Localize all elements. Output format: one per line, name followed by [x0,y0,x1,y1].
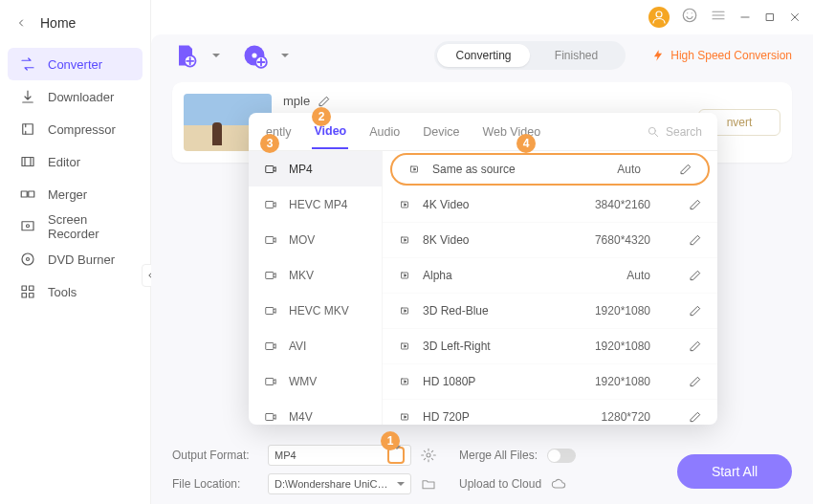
video-icon [407,164,423,175]
home-label: Home [40,15,76,31]
sidebar-item-screen-recorder[interactable]: Screen Recorder [8,210,143,243]
editor-icon [19,153,36,170]
svg-rect-12 [30,286,34,291]
user-avatar-icon[interactable] [648,7,670,28]
format-option-mov[interactable]: MOV [249,222,382,257]
close-button[interactable] [788,11,802,24]
folder-icon[interactable] [421,476,436,492]
tab-device[interactable]: Device [421,125,461,139]
preset-option[interactable]: 4K Video3840*2160 [383,187,717,223]
tab-video[interactable]: Video [312,124,348,149]
format-option-mkv[interactable]: MKV [249,257,382,293]
format-label: MOV [289,233,315,247]
edit-icon[interactable] [689,340,702,353]
preset-name: Alpha [423,269,452,282]
preset-option[interactable]: 3D Left-Right1920*1080 [383,329,717,364]
callout-4: 4 [516,134,536,153]
sidebar-item-dvd-burner[interactable]: DVD Burner [8,243,143,275]
preset-option[interactable]: 3D Red-Blue1920*1080 [383,294,717,329]
sidebar-item-tools[interactable]: Tools [8,275,143,308]
format-option-hevc-mkv[interactable]: HEVC MKV [249,293,382,328]
sidebar-item-converter[interactable]: Converter [8,48,143,80]
edit-icon[interactable] [689,375,702,388]
sidebar-item-merger[interactable]: Merger [8,178,143,210]
edit-icon[interactable] [689,410,702,424]
preset-option[interactable]: 8K Video7680*4320 [383,223,717,258]
home-back-button[interactable]: Home [0,6,150,40]
gear-icon[interactable] [421,448,436,463]
tab-audio[interactable]: Audio [367,125,402,139]
format-label: HEVC MKV [289,304,349,318]
format-label: HEVC MP4 [289,198,347,211]
edit-icon[interactable] [689,269,702,282]
svg-point-19 [427,453,430,457]
tab-converting[interactable]: Converting [437,44,530,67]
video-icon [398,199,413,210]
edit-icon[interactable] [318,95,331,108]
preset-resolution: 7680*4320 [595,233,650,247]
preset-resolution: 3840*2160 [595,198,650,211]
menu-icon[interactable] [710,7,727,28]
high-speed-label: High Speed Conversion [670,49,792,62]
support-icon[interactable] [681,7,698,28]
format-option-avi[interactable]: AVI [249,328,382,363]
output-format-value: MP4 [275,449,297,461]
format-option-hevc-mp4[interactable]: HEVC MP4 [249,186,382,222]
preset-name: 4K Video [423,198,470,211]
output-format-label: Output Format: [172,449,258,462]
format-popup: ently Video Audio Device Web Video Searc… [249,113,717,425]
edit-icon[interactable] [689,304,702,318]
chevron-left-icon [15,17,27,29]
minimize-button[interactable] [738,11,752,24]
svg-rect-7 [22,222,33,230]
compressor-icon [19,121,36,138]
edit-icon[interactable] [689,233,702,247]
video-icon [398,411,413,423]
chevron-down-icon[interactable] [212,54,220,57]
preset-option[interactable]: HD 720P1280*720 [383,400,717,425]
video-format-icon [262,340,279,353]
video-format-icon [262,410,279,424]
svg-rect-14 [30,294,34,298]
maximize-button[interactable] [763,11,777,24]
svg-rect-24 [266,272,274,278]
preset-option[interactable]: HD 1080P1920*1080 [383,364,717,400]
chevron-down-icon[interactable] [281,54,289,57]
sidebar-item-editor[interactable]: Editor [8,145,143,178]
file-location-select[interactable]: D:\Wondershare UniConverter 1 [268,473,411,494]
preset-resolution: Auto [626,269,650,282]
download-icon [19,88,36,105]
video-icon [398,340,413,352]
format-option-wmv[interactable]: WMV [249,363,382,399]
tab-finished[interactable]: Finished [530,44,623,67]
search-input[interactable]: Search [647,125,702,139]
sidebar-item-label: Converter [48,57,102,72]
svg-rect-11 [22,286,27,291]
preset-resolution: 1920*1080 [595,304,650,318]
svg-rect-13 [22,294,27,298]
add-file-button[interactable] [172,42,199,69]
edit-icon[interactable] [689,198,702,211]
svg-rect-27 [266,378,274,384]
search-placeholder: Search [666,125,702,139]
add-dvd-button[interactable] [241,42,268,69]
preset-option[interactable]: AlphaAuto [383,258,717,294]
merge-all-toggle[interactable] [547,449,576,463]
svg-rect-28 [266,413,274,420]
callout-2: 2 [312,107,331,126]
svg-rect-26 [266,342,274,349]
upload-cloud-label: Upload to Cloud [459,477,541,491]
sidebar-item-compressor[interactable]: Compressor [8,113,143,145]
start-all-button[interactable]: Start All [677,454,792,489]
edit-icon[interactable] [679,163,692,176]
format-option-mp4[interactable]: MP4 [249,151,382,186]
preset-option[interactable]: Same as sourceAuto [390,153,710,186]
format-label: AVI [289,340,306,353]
high-speed-conversion-button[interactable]: High Speed Conversion [651,49,792,62]
format-option-m4v[interactable]: M4V [249,399,382,425]
sidebar-item-downloader[interactable]: Downloader [8,80,143,113]
preset-name: HD 1080P [423,375,475,388]
video-format-icon [262,269,279,282]
cloud-icon[interactable] [551,476,566,492]
status-segmented-control: Converting Finished [434,41,626,70]
